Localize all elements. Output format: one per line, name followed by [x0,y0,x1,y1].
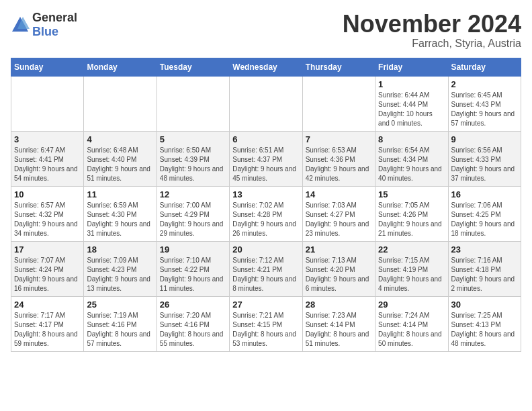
day-info: Sunrise: 6:54 AM Sunset: 4:34 PM Dayligh… [378,146,445,183]
logo-general: General [32,11,77,24]
logo: General Blue [11,11,77,39]
calendar-cell: 6Sunrise: 6:51 AM Sunset: 4:37 PM Daylig… [230,131,302,186]
day-info: Sunrise: 7:00 AM Sunset: 4:29 PM Dayligh… [160,201,226,238]
day-number: 1 [378,79,445,89]
calendar-row-4: 24Sunrise: 7:17 AM Sunset: 4:17 PM Dayli… [11,296,521,351]
day-info: Sunrise: 7:02 AM Sunset: 4:28 PM Dayligh… [232,201,299,238]
calendar-cell: 17Sunrise: 7:07 AM Sunset: 4:24 PM Dayli… [11,241,84,296]
day-info: Sunrise: 7:20 AM Sunset: 4:16 PM Dayligh… [160,311,226,349]
calendar-cell: 12Sunrise: 7:00 AM Sunset: 4:29 PM Dayli… [157,186,229,241]
calendar-cell: 16Sunrise: 7:06 AM Sunset: 4:25 PM Dayli… [448,186,521,241]
day-info: Sunrise: 7:16 AM Sunset: 4:18 PM Dayligh… [451,256,518,293]
calendar-cell: 27Sunrise: 7:21 AM Sunset: 4:15 PM Dayli… [230,296,302,351]
day-number: 4 [87,134,153,144]
day-info: Sunrise: 6:57 AM Sunset: 4:32 PM Dayligh… [14,201,81,238]
day-info: Sunrise: 6:45 AM Sunset: 4:43 PM Dayligh… [451,91,518,128]
day-number: 10 [14,189,81,199]
calendar-row-1: 3Sunrise: 6:47 AM Sunset: 4:41 PM Daylig… [11,131,521,186]
day-info: Sunrise: 7:10 AM Sunset: 4:22 PM Dayligh… [160,256,226,293]
day-info: Sunrise: 7:23 AM Sunset: 4:14 PM Dayligh… [306,311,372,349]
calendar-cell: 22Sunrise: 7:15 AM Sunset: 4:19 PM Dayli… [375,241,448,296]
location-title: Farrach, Styria, Austria [343,38,521,50]
header: General Blue November 2024 Farrach, Styr… [11,11,521,50]
calendar-cell: 1Sunrise: 6:44 AM Sunset: 4:44 PM Daylig… [375,76,448,131]
calendar-cell: 7Sunrise: 6:53 AM Sunset: 4:36 PM Daylig… [302,131,375,186]
day-number: 29 [378,300,445,310]
logo-blue: Blue [32,25,58,38]
calendar-cell: 18Sunrise: 7:09 AM Sunset: 4:23 PM Dayli… [84,241,157,296]
day-info: Sunrise: 7:09 AM Sunset: 4:23 PM Dayligh… [87,256,153,293]
day-info: Sunrise: 6:56 AM Sunset: 4:33 PM Dayligh… [451,146,518,183]
day-info: Sunrise: 6:50 AM Sunset: 4:39 PM Dayligh… [160,146,226,183]
day-number: 30 [451,300,518,310]
day-info: Sunrise: 7:17 AM Sunset: 4:17 PM Dayligh… [14,311,81,349]
day-info: Sunrise: 6:48 AM Sunset: 4:40 PM Dayligh… [87,146,153,183]
calendar-cell: 9Sunrise: 6:56 AM Sunset: 4:33 PM Daylig… [448,131,521,186]
calendar-cell: 29Sunrise: 7:24 AM Sunset: 4:14 PM Dayli… [375,296,448,351]
calendar-cell: 30Sunrise: 7:25 AM Sunset: 4:13 PM Dayli… [448,296,521,351]
day-number: 21 [306,244,372,255]
calendar-cell: 5Sunrise: 6:50 AM Sunset: 4:39 PM Daylig… [157,131,229,186]
day-number: 14 [306,189,372,199]
calendar-cell: 24Sunrise: 7:17 AM Sunset: 4:17 PM Dayli… [11,296,84,351]
weekday-header-thursday: Thursday [302,58,375,76]
logo-icon [11,15,30,34]
calendar-cell: 8Sunrise: 6:54 AM Sunset: 4:34 PM Daylig… [375,131,448,186]
calendar-cell: 25Sunrise: 7:19 AM Sunset: 4:16 PM Dayli… [84,296,157,351]
calendar-row-3: 17Sunrise: 7:07 AM Sunset: 4:24 PM Dayli… [11,241,521,296]
day-info: Sunrise: 7:24 AM Sunset: 4:14 PM Dayligh… [378,311,445,349]
day-info: Sunrise: 7:21 AM Sunset: 4:15 PM Dayligh… [232,311,299,349]
day-info: Sunrise: 7:03 AM Sunset: 4:27 PM Dayligh… [306,201,372,238]
day-number: 20 [232,244,299,255]
calendar-cell: 10Sunrise: 6:57 AM Sunset: 4:32 PM Dayli… [11,186,84,241]
day-info: Sunrise: 7:12 AM Sunset: 4:21 PM Dayligh… [232,256,299,293]
weekday-header-monday: Monday [84,58,157,76]
calendar-cell: 15Sunrise: 7:05 AM Sunset: 4:26 PM Dayli… [375,186,448,241]
day-info: Sunrise: 6:53 AM Sunset: 4:36 PM Dayligh… [306,146,372,183]
day-number: 22 [378,244,445,255]
weekday-header-friday: Friday [375,58,448,76]
calendar-row-2: 10Sunrise: 6:57 AM Sunset: 4:32 PM Dayli… [11,186,521,241]
day-info: Sunrise: 6:51 AM Sunset: 4:37 PM Dayligh… [232,146,299,183]
day-info: Sunrise: 7:15 AM Sunset: 4:19 PM Dayligh… [378,256,445,293]
calendar-cell: 13Sunrise: 7:02 AM Sunset: 4:28 PM Dayli… [230,186,302,241]
calendar-cell: 11Sunrise: 6:59 AM Sunset: 4:30 PM Dayli… [84,186,157,241]
day-number: 27 [232,300,299,310]
calendar-cell: 2Sunrise: 6:45 AM Sunset: 4:43 PM Daylig… [448,76,521,131]
day-number: 26 [160,300,226,310]
day-number: 23 [451,244,518,255]
day-number: 3 [14,134,81,144]
day-info: Sunrise: 6:59 AM Sunset: 4:30 PM Dayligh… [87,201,153,238]
calendar-cell: 4Sunrise: 6:48 AM Sunset: 4:40 PM Daylig… [84,131,157,186]
day-info: Sunrise: 7:25 AM Sunset: 4:13 PM Dayligh… [451,311,518,349]
day-number: 12 [160,189,226,199]
day-number: 17 [14,244,81,255]
day-number: 25 [87,300,153,310]
day-number: 6 [232,134,299,144]
calendar-cell: 3Sunrise: 6:47 AM Sunset: 4:41 PM Daylig… [11,131,84,186]
day-number: 11 [87,189,153,199]
weekday-header-sunday: Sunday [11,58,84,76]
calendar-cell: 26Sunrise: 7:20 AM Sunset: 4:16 PM Dayli… [157,296,229,351]
calendar-cell: 14Sunrise: 7:03 AM Sunset: 4:27 PM Dayli… [302,186,375,241]
day-number: 19 [160,244,226,255]
calendar-row-0: 1Sunrise: 6:44 AM Sunset: 4:44 PM Daylig… [11,76,521,131]
calendar-cell: 28Sunrise: 7:23 AM Sunset: 4:14 PM Dayli… [302,296,375,351]
day-info: Sunrise: 7:06 AM Sunset: 4:25 PM Dayligh… [451,201,518,238]
calendar-cell [11,76,84,131]
calendar-cell [302,76,375,131]
calendar-cell [157,76,229,131]
day-number: 9 [451,134,518,144]
weekday-header-row: SundayMondayTuesdayWednesdayThursdayFrid… [11,58,521,76]
day-number: 7 [306,134,372,144]
day-number: 2 [451,79,518,89]
day-number: 15 [378,189,445,199]
month-title: November 2024 [343,11,521,38]
day-info: Sunrise: 7:07 AM Sunset: 4:24 PM Dayligh… [14,256,81,293]
calendar-cell: 19Sunrise: 7:10 AM Sunset: 4:22 PM Dayli… [157,241,229,296]
calendar-cell: 20Sunrise: 7:12 AM Sunset: 4:21 PM Dayli… [230,241,302,296]
day-info: Sunrise: 6:47 AM Sunset: 4:41 PM Dayligh… [14,146,81,183]
weekday-header-wednesday: Wednesday [230,58,302,76]
day-info: Sunrise: 7:13 AM Sunset: 4:20 PM Dayligh… [306,256,372,293]
calendar-cell [84,76,157,131]
